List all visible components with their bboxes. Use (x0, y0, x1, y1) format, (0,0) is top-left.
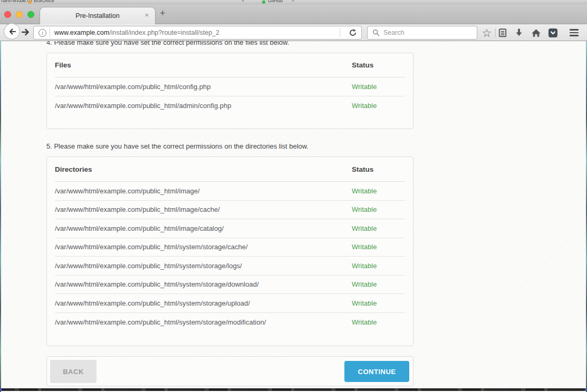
url-text[interactable]: www.example.com/install/index.php?route=… (54, 29, 340, 36)
file-path: /var/www/html/example.com/public_html/co… (55, 83, 352, 91)
table-row: /var/www/html/example.com/public_html/sy… (55, 313, 405, 332)
window-zoom-button[interactable] (27, 11, 34, 18)
search-input[interactable] (383, 26, 477, 39)
tab-close-icon[interactable]: × (145, 12, 149, 18)
search-box[interactable] (367, 26, 477, 40)
search-icon (372, 29, 380, 36)
background-window-top-edge: hant=linode.co × BoxOffice × GitHub × (0, 0, 587, 4)
back-arrow-icon (8, 27, 16, 36)
step4-instruction: 4. Please make sure you have set the cor… (46, 41, 289, 46)
files-header-label: Files (55, 61, 352, 69)
directory-path: /var/www/html/example.com/public_html/sy… (55, 318, 352, 326)
directory-path: /var/www/html/example.com/public_html/im… (55, 224, 352, 232)
background-tab-label: GitHub (268, 0, 283, 3)
files-table-header: Files Status (55, 53, 405, 77)
continue-button[interactable]: CONTINUE (344, 361, 409, 382)
background-window-corner (0, 388, 2, 391)
status-value: Writable (352, 187, 405, 195)
url-divider (340, 28, 340, 37)
table-row: /var/www/html/example.com/public_html/sy… (55, 276, 405, 295)
actions-panel: BACK CONTINUE (46, 356, 413, 386)
directories-header-label: Directories (55, 165, 352, 173)
forward-button[interactable] (21, 27, 31, 37)
directory-path: /var/www/html/example.com/public_html/im… (55, 187, 352, 195)
background-tab-label: BoxOffice (34, 0, 54, 3)
background-window-bottom-edge (1, 388, 586, 391)
bookmarks-menu-icon[interactable] (497, 27, 508, 38)
screen: hant=linode.co × BoxOffice × GitHub × Pr… (0, 0, 587, 392)
window-minimize-button[interactable] (16, 11, 23, 18)
pocket-icon[interactable] (547, 27, 559, 38)
status-value: Writable (352, 224, 405, 232)
window-close-button[interactable] (4, 11, 11, 18)
site-info-icon[interactable]: i (39, 29, 46, 37)
table-row: /var/www/html/example.com/public_html/ad… (55, 96, 405, 115)
new-tab-button[interactable]: + (160, 8, 166, 18)
directory-path: /var/www/html/example.com/public_html/sy… (55, 280, 352, 288)
directories-panel: Directories Status /var/www/html/example… (46, 156, 413, 346)
tab-pre-installation[interactable]: Pre-Installation × (40, 7, 156, 24)
status-value: Writable (352, 205, 405, 213)
directory-path: /var/www/html/example.com/public_html/sy… (55, 243, 352, 251)
background-tab-close-icon: × (22, 0, 25, 3)
browser-tab-bar: Pre-Installation × + (0, 4, 587, 24)
background-tab-favicon (262, 1, 265, 4)
url-domain: www.example.com (54, 29, 109, 36)
directory-path: /var/www/html/example.com/public_html/im… (55, 205, 352, 213)
table-row: /var/www/html/example.com/public_html/sy… (55, 238, 405, 257)
page-content: 4. Please make sure you have set the cor… (0, 41, 587, 392)
table-row: /var/www/html/example.com/public_html/co… (55, 77, 405, 96)
background-window-left-edge (0, 41, 1, 392)
status-value: Writable (352, 262, 405, 270)
table-row: /var/www/html/example.com/public_html/sy… (55, 257, 405, 276)
status-value: Writable (352, 318, 405, 326)
status-header-label: Status (352, 165, 405, 173)
background-tab-close-icon: × (242, 0, 244, 3)
tab-title: Pre-Installation (75, 12, 119, 19)
forward-arrow-icon (21, 27, 31, 37)
step5-instruction: 5. Please make sure you have set the cor… (46, 142, 309, 150)
table-row: /var/www/html/example.com/public_html/im… (55, 182, 405, 201)
url-bar[interactable]: i www.example.com/install/index.php?rout… (33, 26, 362, 40)
status-value: Writable (352, 280, 405, 288)
status-value: Writable (352, 299, 405, 307)
files-panel: Files Status /var/www/html/example.com/p… (46, 53, 413, 129)
browser-toolbar: i www.example.com/install/index.php?rout… (0, 24, 587, 41)
home-icon[interactable] (530, 27, 542, 38)
table-row: /var/www/html/example.com/public_html/sy… (55, 294, 405, 313)
downloads-icon[interactable] (513, 27, 525, 38)
menu-hamburger-icon[interactable] (568, 27, 580, 38)
back-button[interactable] (4, 23, 20, 40)
directory-path: /var/www/html/example.com/public_html/sy… (55, 299, 352, 307)
table-row: /var/www/html/example.com/public_html/im… (55, 201, 405, 220)
reload-button[interactable] (349, 28, 357, 37)
table-row: /var/www/html/example.com/public_html/im… (55, 219, 405, 238)
background-tab-favicon (28, 1, 32, 4)
background-tab-close-icon: × (292, 0, 294, 3)
url-divider (50, 28, 50, 37)
directory-path: /var/www/html/example.com/public_html/sy… (55, 262, 352, 270)
file-path: /var/www/html/example.com/public_html/ad… (55, 102, 352, 110)
directories-table-header: Directories Status (55, 157, 405, 182)
background-tab-label: hant=linode.co (1, 0, 32, 3)
status-value: Writable (352, 243, 405, 251)
status-value: Writable (352, 83, 405, 91)
back-step-button[interactable]: BACK (50, 360, 97, 383)
bookmark-star-icon[interactable]: ☆ (481, 27, 493, 38)
toolbar-separator (495, 28, 496, 37)
url-path: /install/index.php?route=install/step_2 (109, 29, 219, 36)
reload-icon (349, 28, 357, 37)
status-value: Writable (352, 102, 405, 110)
status-header-label: Status (352, 61, 405, 69)
